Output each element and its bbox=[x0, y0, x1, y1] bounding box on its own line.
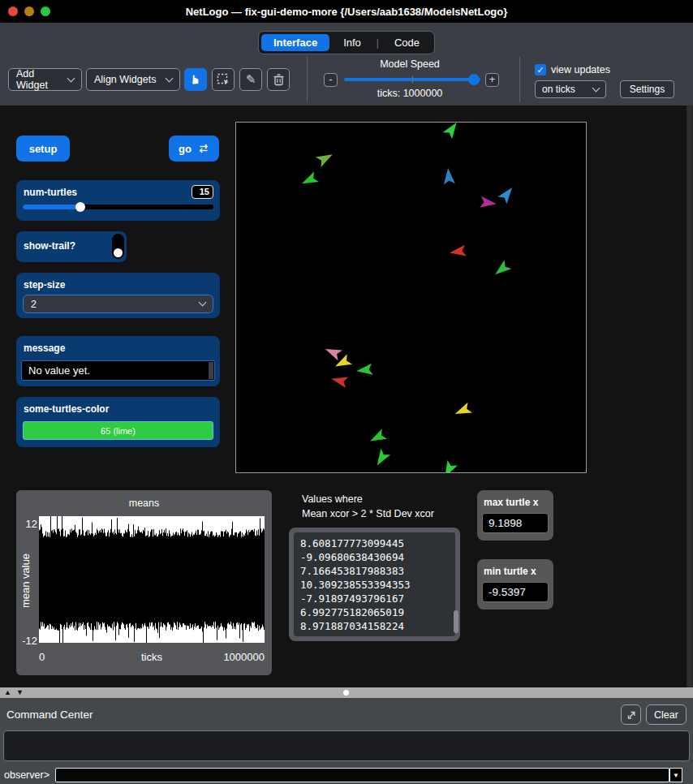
select-widgets-button[interactable] bbox=[212, 68, 235, 91]
step-size-label: step-size bbox=[24, 279, 65, 291]
world-view-svg bbox=[236, 123, 586, 472]
chevron-down-icon bbox=[67, 74, 75, 82]
some-turtles-color-widget: some-turtles-color 65 (lime) bbox=[16, 397, 220, 447]
min-turtle-x-value: -9.5397 bbox=[482, 582, 549, 602]
max-turtle-x-label: max turtle x bbox=[484, 497, 538, 508]
zoom-window-button[interactable] bbox=[41, 6, 50, 16]
plot-series bbox=[40, 516, 265, 643]
num-turtles-thumb[interactable] bbox=[75, 202, 85, 212]
step-size-chooser-widget: step-size 2 bbox=[16, 273, 220, 318]
num-turtles-slider-widget: num-turtles 15 bbox=[16, 180, 220, 221]
show-trail-switch-widget: show-trail? bbox=[16, 231, 127, 262]
command-history-dropdown[interactable]: ▼ bbox=[669, 768, 682, 782]
turtle bbox=[442, 167, 455, 184]
pop-out-icon bbox=[626, 709, 637, 721]
turtle bbox=[316, 149, 335, 167]
edit-widget-button[interactable]: ✎ bbox=[239, 68, 262, 91]
tab-interface[interactable]: Interface bbox=[261, 34, 329, 51]
observer-prompt: observer> bbox=[4, 769, 50, 781]
align-widgets-dropdown[interactable]: Align Widgets bbox=[86, 68, 180, 91]
speed-plus-button[interactable]: + bbox=[485, 73, 499, 87]
num-turtles-fill bbox=[23, 205, 80, 209]
turtle bbox=[355, 364, 373, 377]
command-input[interactable] bbox=[55, 768, 669, 782]
command-center-output[interactable] bbox=[3, 730, 690, 761]
delete-widget-button[interactable] bbox=[267, 68, 290, 91]
plot-y-axis-label: mean value bbox=[19, 554, 32, 608]
slider-midpoint-tick bbox=[412, 75, 413, 84]
toggle-knob bbox=[114, 248, 123, 257]
values-output-text[interactable]: 8.608177773099445-9.096806384306947.1664… bbox=[294, 532, 455, 636]
clear-button[interactable]: Clear bbox=[646, 704, 687, 725]
splitter-collapse-icon[interactable]: ▲ bbox=[4, 688, 16, 696]
means-plot-widget: means 12 -12 mean value 0 ticks 1000000 bbox=[16, 490, 272, 675]
ticks-counter: ticks: 1000000 bbox=[341, 88, 479, 99]
output-line: 8.971887034158224 bbox=[300, 619, 449, 633]
forever-icon bbox=[198, 144, 209, 153]
max-turtle-x-monitor: max turtle x 9.1898 bbox=[477, 490, 553, 541]
view-updates-label: view updates bbox=[551, 64, 610, 75]
step-size-dropdown[interactable]: 2 bbox=[23, 295, 213, 313]
model-speed-thumb[interactable] bbox=[468, 74, 480, 85]
command-center-title: Command Center bbox=[6, 709, 93, 721]
output-line: -9.09680638430694 bbox=[300, 550, 449, 564]
message-scrollbar[interactable] bbox=[209, 362, 213, 379]
hand-tool-button[interactable]: ☛ bbox=[184, 68, 207, 91]
turtle bbox=[453, 403, 472, 420]
hand-icon: ☛ bbox=[188, 74, 203, 84]
y-tick-max: 12 bbox=[18, 518, 37, 530]
turtle bbox=[330, 373, 349, 388]
plot-title: means bbox=[16, 498, 272, 509]
scrollbar-thumb[interactable] bbox=[687, 106, 692, 687]
turtle bbox=[440, 460, 458, 472]
turtle bbox=[372, 449, 390, 468]
turtle bbox=[497, 184, 516, 204]
y-tick-min: -12 bbox=[18, 635, 37, 647]
x-tick-max: 1000000 bbox=[39, 651, 265, 663]
update-mode-dropdown[interactable]: on ticks bbox=[535, 80, 606, 98]
turtle bbox=[449, 245, 467, 259]
add-widget-dropdown[interactable]: Add Widget bbox=[8, 68, 82, 91]
min-turtle-x-monitor: min turtle x -9.5397 bbox=[477, 559, 553, 610]
chevron-down-icon bbox=[199, 299, 207, 307]
values-note-line2: Mean xcor > 2 * Std Dev xcor bbox=[302, 506, 434, 521]
tab-info[interactable]: Info bbox=[331, 34, 373, 51]
close-window-button[interactable] bbox=[8, 6, 18, 16]
model-speed-slider[interactable] bbox=[344, 78, 480, 81]
turtle bbox=[480, 196, 497, 209]
interface-canvas: setup go num-turtles 15 show-trail? step… bbox=[0, 106, 693, 687]
output-line: 8.608177773099445 bbox=[300, 536, 449, 550]
output-scrollbar-thumb[interactable] bbox=[454, 610, 458, 633]
chevron-down-icon bbox=[592, 84, 600, 92]
setup-button[interactable]: setup bbox=[16, 136, 70, 162]
show-trail-label: show-trail? bbox=[24, 240, 75, 252]
splitter-expand-icon[interactable]: ▼ bbox=[16, 688, 28, 696]
trash-icon bbox=[273, 73, 285, 86]
minimize-window-button[interactable] bbox=[24, 6, 34, 16]
detach-command-center-button[interactable] bbox=[621, 704, 641, 725]
world-view[interactable] bbox=[235, 122, 587, 473]
traffic-lights bbox=[8, 6, 50, 16]
output-line: -7.91897493796167 bbox=[300, 592, 449, 605]
chevron-down-icon bbox=[166, 74, 174, 82]
view-updates-checkbox[interactable]: ✓ bbox=[535, 64, 546, 75]
message-value-field: No value yet. bbox=[21, 360, 215, 381]
settings-button[interactable]: Settings bbox=[620, 80, 674, 98]
num-turtles-track[interactable] bbox=[23, 205, 213, 209]
speed-minus-button[interactable]: - bbox=[324, 73, 338, 87]
tab-code[interactable]: Code bbox=[382, 34, 432, 51]
plot-series-svg bbox=[39, 516, 265, 643]
num-turtles-label: num-turtles bbox=[24, 187, 77, 198]
values-output-widget: 8.608177773099445-9.096806384306947.1664… bbox=[289, 528, 460, 641]
command-center-splitter[interactable]: ▲▼ bbox=[0, 687, 693, 698]
go-button[interactable]: go bbox=[169, 136, 219, 162]
tab-separator: | bbox=[375, 37, 381, 49]
turtle bbox=[368, 429, 387, 446]
show-trail-toggle[interactable] bbox=[112, 234, 124, 259]
turtle bbox=[299, 171, 319, 188]
interface-scrollbar[interactable] bbox=[687, 106, 693, 687]
model-speed-label: Model Speed bbox=[341, 58, 479, 70]
window-title: NetLogo — fix-gui-demo-more {/Users/aab1… bbox=[186, 6, 508, 18]
tab-strip: Interface Info | Code bbox=[258, 31, 435, 54]
splitter-handle-dot[interactable] bbox=[343, 690, 349, 696]
